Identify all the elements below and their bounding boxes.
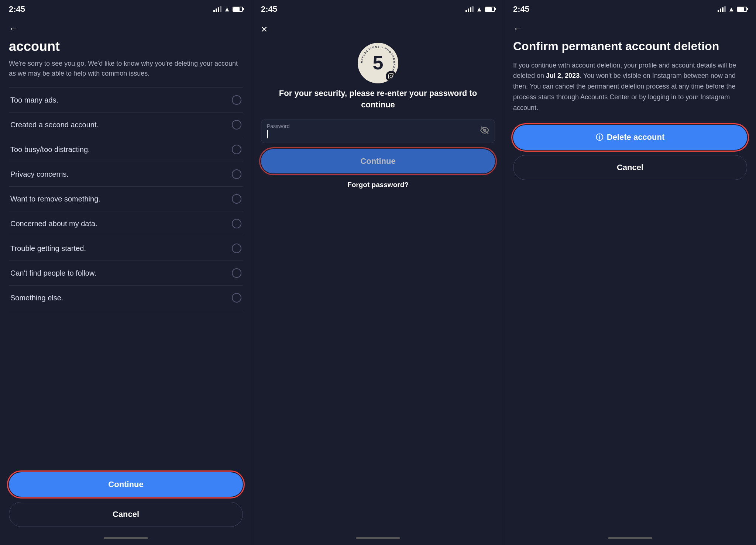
status-bar-1: 2:45 ▲	[0, 0, 252, 17]
instagram-badge	[386, 71, 397, 82]
screen-3: 2:45 ▲ ← Confirm permanent account delet…	[504, 0, 756, 545]
screen1-content: ← account We're sorry to see you go. We'…	[0, 17, 252, 466]
option-label-1: Too many ads.	[10, 96, 58, 104]
confirm-title: Confirm permanent account deletion	[513, 39, 747, 54]
screen1-title: account	[9, 39, 243, 54]
forgot-password-link[interactable]: Forgot password?	[347, 181, 409, 189]
radio-circle-4[interactable]	[232, 169, 241, 179]
screen-1: 2:45 ▲ ← account We're sorry to see you …	[0, 0, 252, 545]
svg-rect-2	[218, 7, 219, 12]
delete-button-label: Delete account	[607, 132, 665, 142]
cursor	[267, 130, 268, 138]
svg-rect-18	[720, 8, 721, 12]
svg-rect-3	[220, 6, 221, 12]
home-indicator-3	[608, 537, 652, 539]
time-3: 2:45	[513, 4, 529, 14]
radio-circle-5[interactable]	[232, 194, 241, 204]
cancel-button-1[interactable]: Cancel	[9, 502, 243, 527]
delete-account-button[interactable]: ⓘ Delete account	[513, 125, 747, 150]
list-item[interactable]: Want to remove something.	[9, 187, 243, 211]
radio-circle-9[interactable]	[232, 293, 241, 303]
list-item[interactable]: Privacy concerns.	[9, 162, 243, 187]
time-1: 2:45	[9, 4, 25, 14]
password-field-label: Password	[267, 123, 289, 129]
battery-icon-3	[737, 7, 747, 12]
list-item[interactable]: Concerned about my data.	[9, 211, 243, 236]
list-item[interactable]: Can't find people to follow.	[9, 261, 243, 286]
svg-rect-6	[470, 7, 471, 12]
screens-container: 2:45 ▲ ← account We're sorry to see you …	[0, 0, 756, 545]
continue-button-1[interactable]: Continue	[9, 472, 243, 497]
deletion-date: Jul 2, 2023	[546, 72, 580, 79]
list-item[interactable]: Too busy/too distracting.	[9, 137, 243, 162]
option-label-9: Something else.	[10, 294, 63, 302]
svg-rect-0	[213, 10, 215, 12]
radio-circle-2[interactable]	[232, 120, 241, 130]
radio-circle-7[interactable]	[232, 244, 241, 253]
option-label-7: Trouble getting started.	[10, 244, 86, 253]
svg-rect-17	[718, 10, 719, 12]
option-label-5: Want to remove something.	[10, 195, 100, 203]
status-icons-3: ▲	[718, 6, 747, 13]
battery-icon-2	[485, 7, 495, 12]
radio-options-list: Too many ads. Created a second account. …	[9, 87, 243, 461]
eye-icon[interactable]	[480, 126, 489, 137]
svg-rect-7	[472, 6, 474, 12]
screen3-content: ← Confirm permanent account deletion If …	[504, 17, 756, 534]
status-bar-2: 2:45 ▲	[252, 0, 504, 17]
svg-rect-19	[722, 7, 724, 12]
radio-circle-3[interactable]	[232, 145, 241, 154]
svg-rect-20	[724, 6, 726, 12]
list-item[interactable]: Something else.	[9, 286, 243, 310]
status-icons-1: ▲	[213, 6, 243, 13]
security-text: For your security, please re-enter your …	[261, 88, 495, 111]
svg-rect-4	[465, 10, 467, 12]
list-item[interactable]: Trouble getting started.	[9, 236, 243, 261]
svg-point-14	[393, 75, 394, 75]
option-label-6: Concerned about my data.	[10, 220, 97, 228]
option-label-2: Created a second account.	[10, 121, 99, 129]
confirm-desc: If you continue with account deletion, y…	[513, 60, 747, 113]
close-button[interactable]: ×	[261, 23, 268, 35]
svg-rect-5	[468, 8, 469, 12]
wifi-icon-2: ▲	[476, 6, 482, 13]
battery-icon-1	[233, 7, 243, 12]
option-label-3: Too busy/too distracting.	[10, 145, 90, 154]
password-field-wrapper: Password	[261, 120, 495, 143]
svg-rect-1	[216, 8, 217, 12]
signal-icon-2	[465, 6, 474, 12]
profile-avatar: 5 REFLECTIONS • PHOTOGRAPHY •	[358, 43, 398, 83]
info-icon: ⓘ	[596, 132, 603, 142]
list-item[interactable]: Created a second account.	[9, 113, 243, 137]
wifi-icon-3: ▲	[728, 6, 735, 13]
screen-2: 2:45 ▲ × 5	[252, 0, 504, 545]
option-label-4: Privacy concerns.	[10, 170, 69, 179]
svg-text:5: 5	[373, 52, 384, 73]
radio-circle-1[interactable]	[232, 95, 241, 105]
wifi-icon-1: ▲	[224, 6, 230, 13]
home-indicator-2	[356, 537, 400, 539]
radio-circle-8[interactable]	[232, 268, 241, 278]
back-button-1[interactable]: ←	[9, 23, 243, 34]
password-input[interactable]	[261, 120, 495, 143]
option-label-8: Can't find people to follow.	[10, 269, 96, 277]
screen2-content: × 5 REFLECTIONS • PHOTOGRAPHY •	[252, 17, 504, 534]
status-bar-3: 2:45 ▲	[504, 0, 756, 17]
signal-icon-1	[213, 6, 221, 12]
signal-icon-3	[718, 6, 726, 12]
screen1-buttons: Continue Cancel	[0, 466, 252, 534]
continue-button-2[interactable]: Continue	[261, 149, 495, 173]
status-icons-2: ▲	[465, 6, 495, 13]
radio-circle-6[interactable]	[232, 219, 241, 228]
cancel-button-3[interactable]: Cancel	[513, 155, 747, 180]
back-button-3[interactable]: ←	[513, 23, 747, 34]
list-item[interactable]: Too many ads.	[9, 87, 243, 113]
screen1-subtitle: We're sorry to see you go. We'd like to …	[9, 59, 243, 79]
home-indicator-1	[104, 537, 148, 539]
time-2: 2:45	[261, 4, 277, 14]
